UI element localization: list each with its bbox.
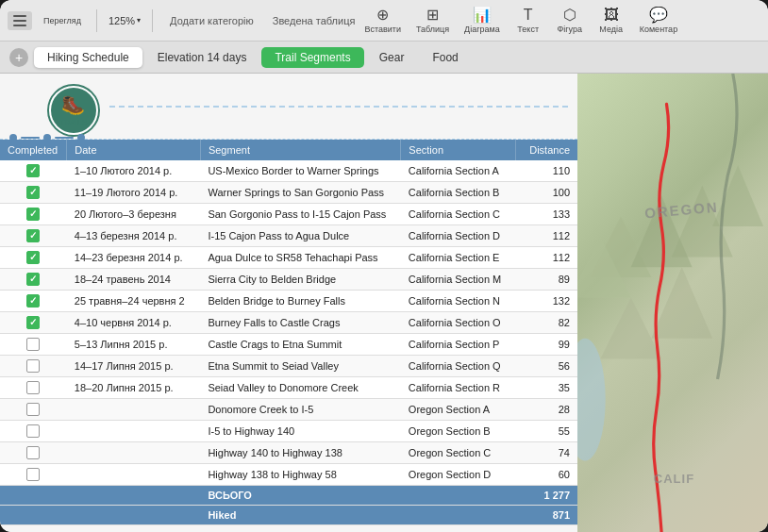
shape-button[interactable]: ⬡ Фігура: [553, 6, 587, 36]
cell-segment: Highway 138 to Highway 58: [200, 464, 400, 486]
tab-food[interactable]: Food: [419, 47, 471, 68]
checkbox[interactable]: ✓: [26, 273, 40, 286]
cell-distance: 100: [515, 182, 577, 204]
table-header-row: Completed Date Segment Section: [0, 140, 577, 160]
table-row: ✓4–13 березня 2014 р.I-15 Cajon Pass to …: [0, 225, 577, 247]
linked-table-button[interactable]: Зведена таблиця: [267, 13, 361, 28]
data-table[interactable]: Completed Date Segment Section: [0, 140, 577, 532]
cell-segment: Warner Springs to San Gorgonio Pass: [200, 182, 400, 204]
trail-path-svg: [577, 74, 768, 532]
cell-date: [67, 399, 201, 421]
table-row: I-5 to Highway 140Oregon Section B55: [0, 421, 577, 442]
cell-date: 14–17 Липня 2015 р.: [67, 356, 201, 377]
cell-distance: 112: [515, 247, 577, 269]
checkbox[interactable]: [26, 446, 40, 459]
cell-distance: 99: [515, 334, 577, 356]
chart-button[interactable]: 📊 Діаграма: [460, 6, 504, 36]
tab-trail-segments[interactable]: Trail Segments: [261, 47, 363, 68]
tab-hiking-schedule[interactable]: Hiking Schedule: [34, 47, 142, 68]
cell-section: Oregon Section B: [401, 421, 515, 442]
checkbox[interactable]: ✓: [26, 316, 40, 329]
cell-section: California Section P: [401, 334, 515, 356]
cell-segment: Highway 140 to Highway 138: [200, 442, 400, 464]
table-icon: ⊞: [426, 8, 439, 23]
toolbar-divider-1: [96, 9, 97, 32]
map-panel: OREGON CALIF: [577, 74, 768, 532]
tab-add-button[interactable]: +: [9, 48, 28, 67]
add-category-button[interactable]: Додати категорію: [164, 13, 259, 28]
sidebar-toggle-button[interactable]: [8, 11, 32, 30]
cell-completed[interactable]: ✓: [0, 160, 67, 182]
cell-completed[interactable]: ✓: [0, 204, 67, 225]
col-header-date: Date: [67, 140, 201, 160]
toolbar-right: ⊕ Вставити ⊞ Таблиця 📊 Діаграма T Текст …: [360, 6, 681, 36]
cell-completed[interactable]: [0, 334, 67, 356]
footer-total: 1 277: [515, 486, 577, 506]
cell-distance: 56: [515, 356, 577, 377]
table-row: ✓25 травня–24 червня 2Belden Bridge to B…: [0, 291, 577, 312]
col-header-distance: Distance: [515, 140, 577, 160]
cell-date: [67, 464, 201, 486]
cell-section: Oregon Section C: [401, 442, 515, 464]
cell-completed[interactable]: [0, 377, 67, 399]
checkbox[interactable]: ✓: [26, 208, 40, 221]
cell-distance: 133: [515, 204, 577, 225]
checkbox[interactable]: [26, 338, 40, 351]
cell-date: 25 травня–24 червня 2: [67, 291, 201, 312]
text-button[interactable]: T Текст: [511, 6, 545, 36]
summary-row: Hiked871: [0, 506, 577, 525]
logo-container: 🥾 TRAILS: [47, 84, 100, 137]
tab-gear[interactable]: Gear: [366, 47, 418, 68]
cell-date: 4–13 березня 2014 р.: [67, 225, 201, 247]
content-area: 🥾 TRAILS Completed: [0, 74, 768, 532]
insert-button[interactable]: ⊕ Вставити: [360, 6, 405, 36]
toolbar-divider-2: [152, 9, 153, 32]
cell-segment: I-15 Cajon Pass to Agua Dulce: [200, 225, 400, 247]
cell-completed[interactable]: [0, 442, 67, 464]
checkbox[interactable]: ✓: [26, 251, 40, 264]
table-button[interactable]: ⊞ Таблиця: [412, 6, 453, 36]
tab-elevation[interactable]: Elevation 14 days: [144, 47, 260, 68]
blue-dot-1: [9, 134, 17, 141]
col-header-segment: Segment: [200, 140, 400, 160]
cell-completed[interactable]: [0, 356, 67, 377]
cell-section: California Section A: [401, 160, 515, 182]
cell-completed[interactable]: ✓: [0, 247, 67, 269]
cell-completed[interactable]: ✓: [0, 225, 67, 247]
cell-segment: I-5 to Highway 140: [200, 421, 400, 442]
zoom-control[interactable]: 125% ▾: [109, 15, 141, 26]
blue-dot-line-1: [21, 137, 40, 139]
view-button[interactable]: Перегляд: [40, 14, 85, 27]
checkbox[interactable]: [26, 381, 40, 394]
checkbox[interactable]: [26, 403, 40, 416]
checkbox[interactable]: ✓: [26, 164, 40, 177]
checkbox[interactable]: [26, 424, 40, 438]
logo-inner: 🥾 TRAILS: [51, 88, 96, 133]
checkbox[interactable]: [26, 468, 40, 481]
comment-button[interactable]: 💬 Коментар: [636, 6, 681, 36]
checkbox[interactable]: ✓: [26, 294, 40, 308]
cell-completed[interactable]: [0, 399, 67, 421]
cell-completed[interactable]: ✓: [0, 269, 67, 291]
checkbox[interactable]: ✓: [26, 229, 40, 242]
checkbox[interactable]: [26, 359, 40, 373]
cell-segment: Castle Crags to Etna Summit: [200, 334, 400, 356]
cell-completed[interactable]: ✓: [0, 182, 67, 204]
checkbox[interactable]: ✓: [26, 186, 40, 199]
cell-completed[interactable]: [0, 464, 67, 486]
table-row: ✓11–19 Лютого 2014 р.Warner Springs to S…: [0, 182, 577, 204]
tabs-row: + Hiking Schedule Elevation 14 days Trai…: [0, 42, 768, 74]
table-row: 18–20 Липня 2015 р.Seiad Valley to Donom…: [0, 377, 577, 399]
cell-section: California Section E: [401, 247, 515, 269]
cell-distance: 74: [515, 442, 577, 464]
table-row: ✓1–10 Лютого 2014 р.US-Mexico Border to …: [0, 160, 577, 182]
cell-segment: Agua Dulce to SR58 Tehachapi Pass: [200, 247, 400, 269]
footer-row: ВСЬОГО1 277: [0, 486, 577, 506]
cell-completed[interactable]: [0, 421, 67, 442]
trail-table: Completed Date Segment Section: [0, 140, 577, 525]
cell-section: California Section O: [401, 312, 515, 334]
media-button[interactable]: 🖼 Медіа: [594, 6, 628, 36]
cell-completed[interactable]: ✓: [0, 291, 67, 312]
cell-completed[interactable]: ✓: [0, 312, 67, 334]
cell-distance: 82: [515, 312, 577, 334]
